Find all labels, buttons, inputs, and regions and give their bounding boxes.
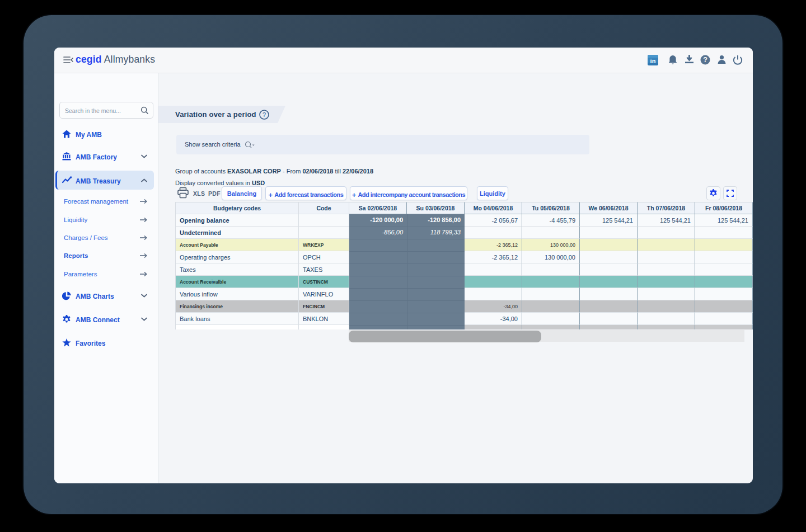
svg-text:in: in: [650, 58, 656, 64]
svg-text:?: ?: [703, 56, 707, 64]
svg-text:?: ?: [263, 111, 266, 118]
